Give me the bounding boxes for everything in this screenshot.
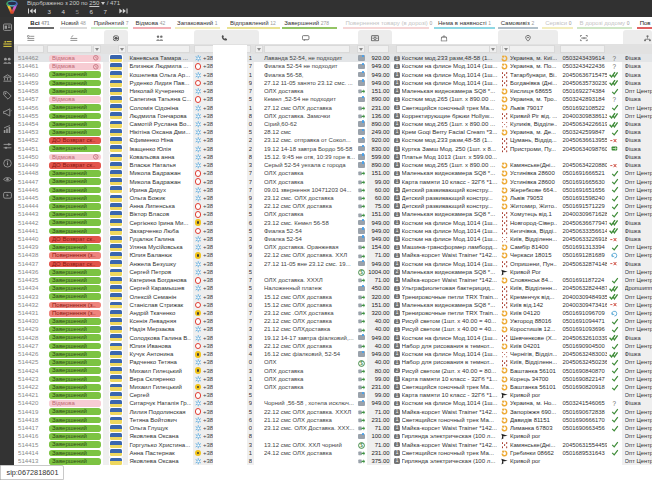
svg-text:$: $ — [360, 270, 363, 275]
svg-text:$: $ — [360, 443, 363, 448]
svg-text:$: $ — [360, 361, 363, 366]
